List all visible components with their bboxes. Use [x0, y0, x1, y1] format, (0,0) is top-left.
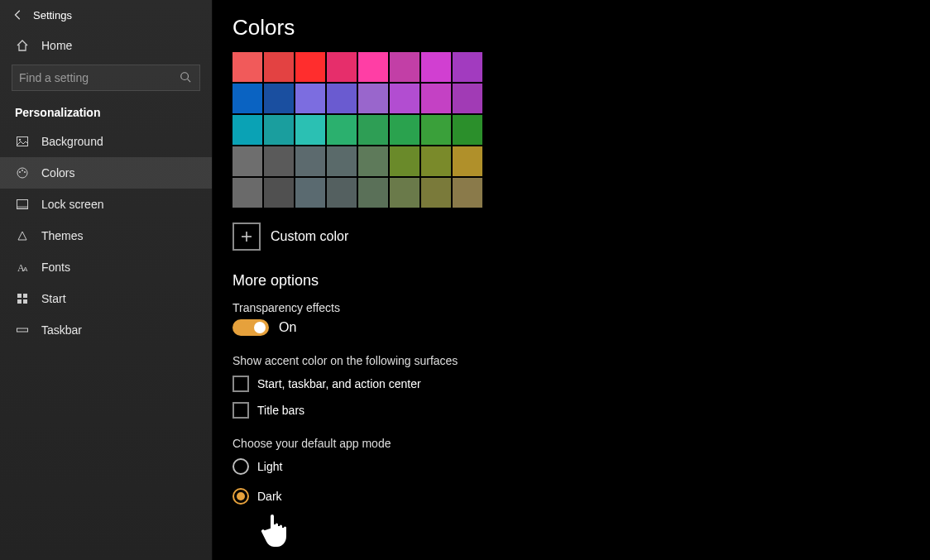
palette-icon	[15, 165, 30, 180]
app-mode-heading: Choose your default app mode	[232, 437, 930, 450]
themes-icon	[15, 228, 30, 243]
color-swatch[interactable]	[327, 146, 357, 176]
sidebar-item-label: Taskbar	[41, 323, 82, 337]
sidebar-item-label: Lock screen	[41, 198, 103, 211]
color-swatch[interactable]	[453, 178, 482, 208]
color-swatch[interactable]	[295, 178, 325, 208]
color-swatch[interactable]	[453, 52, 482, 82]
sidebar-item-colors[interactable]: Colors	[0, 157, 212, 189]
sidebar-item-label: Themes	[41, 229, 84, 242]
swatch-row	[232, 84, 930, 113]
accent-checkbox-1[interactable]: Title bars	[232, 402, 930, 419]
back-arrow-icon[interactable]	[12, 8, 25, 22]
checkbox-icon	[232, 402, 249, 419]
color-swatch[interactable]	[295, 115, 325, 145]
svg-point-5	[19, 171, 21, 173]
color-swatch[interactable]	[327, 115, 357, 145]
transparency-state: On	[279, 320, 296, 335]
svg-rect-15	[17, 299, 22, 304]
swatch-row	[232, 115, 930, 145]
color-swatch[interactable]	[390, 146, 419, 176]
color-swatch[interactable]	[421, 178, 451, 208]
color-swatch[interactable]	[421, 146, 451, 176]
search-box[interactable]	[12, 65, 200, 91]
sidebar-item-fonts[interactable]: AAFonts	[0, 251, 212, 283]
color-swatch[interactable]	[390, 178, 419, 208]
color-swatch[interactable]	[264, 84, 294, 113]
fonts-icon: AA	[15, 260, 30, 275]
color-swatch[interactable]	[358, 52, 388, 82]
accent-checkbox-0[interactable]: Start, taskbar, and action center	[232, 376, 930, 392]
start-icon	[15, 291, 30, 306]
svg-rect-9	[17, 206, 28, 209]
color-swatch[interactable]	[390, 115, 419, 145]
svg-line-1	[188, 79, 191, 83]
svg-point-6	[22, 170, 23, 171]
sidebar-section-label: Personalization	[0, 103, 212, 126]
swatch-row	[232, 52, 930, 82]
color-swatch[interactable]	[264, 178, 294, 208]
color-swatch[interactable]	[421, 52, 451, 82]
color-swatch[interactable]	[264, 146, 294, 176]
color-swatch[interactable]	[358, 115, 388, 145]
color-swatch[interactable]	[453, 146, 482, 176]
sidebar-item-themes[interactable]: Themes	[0, 220, 212, 251]
color-swatch[interactable]	[453, 84, 482, 113]
home-icon	[15, 38, 30, 53]
checkbox-label: Title bars	[257, 404, 304, 417]
search-icon	[180, 71, 193, 84]
main-content: Colors Custom color More options Transpa…	[212, 0, 930, 560]
custom-color-row[interactable]: Custom color	[232, 223, 930, 251]
color-swatch-grid	[232, 52, 930, 208]
color-swatch[interactable]	[264, 115, 294, 145]
sidebar-item-lock-screen[interactable]: Lock screen	[0, 189, 212, 220]
sidebar-home[interactable]: Home	[0, 30, 212, 61]
color-swatch[interactable]	[264, 52, 294, 82]
checkbox-label: Start, taskbar, and action center	[257, 377, 421, 390]
sidebar-home-label: Home	[41, 39, 72, 52]
picture-icon	[15, 134, 30, 149]
taskbar-icon	[15, 323, 30, 337]
color-swatch[interactable]	[295, 52, 325, 82]
color-swatch[interactable]	[358, 84, 388, 113]
color-swatch[interactable]	[390, 52, 419, 82]
plus-icon[interactable]	[232, 223, 261, 251]
radio-icon	[232, 488, 249, 505]
checkbox-icon	[232, 376, 249, 392]
color-swatch[interactable]	[232, 84, 262, 113]
color-swatch[interactable]	[232, 115, 262, 145]
svg-point-0	[181, 73, 189, 80]
sidebar-item-label: Fonts	[41, 261, 70, 274]
sidebar-header: Settings	[0, 3, 212, 30]
color-swatch[interactable]	[295, 84, 325, 113]
color-swatch[interactable]	[232, 178, 262, 208]
color-swatch[interactable]	[232, 146, 262, 176]
sidebar-item-taskbar[interactable]: Taskbar	[0, 314, 212, 346]
app-mode-radio-light[interactable]: Light	[232, 458, 930, 475]
color-swatch[interactable]	[232, 52, 262, 82]
search-input[interactable]	[19, 71, 180, 84]
color-swatch[interactable]	[327, 52, 357, 82]
swatch-row	[232, 146, 930, 176]
color-swatch[interactable]	[453, 115, 482, 145]
color-swatch[interactable]	[327, 84, 357, 113]
sidebar-item-background[interactable]: Background	[0, 126, 212, 157]
color-swatch[interactable]	[358, 178, 388, 208]
svg-point-7	[24, 171, 26, 173]
sidebar-item-start[interactable]: Start	[0, 283, 212, 314]
page-title: Colors	[232, 15, 930, 41]
color-swatch[interactable]	[327, 178, 357, 208]
color-swatch[interactable]	[421, 115, 451, 145]
settings-title: Settings	[33, 9, 72, 22]
transparency-label: Transparency effects	[232, 301, 930, 314]
color-swatch[interactable]	[358, 146, 388, 176]
sidebar-item-label: Background	[41, 135, 103, 148]
transparency-toggle[interactable]	[232, 319, 269, 336]
color-swatch[interactable]	[295, 146, 325, 176]
app-mode-radio-dark[interactable]: Dark	[232, 488, 930, 505]
transparency-toggle-row: On	[232, 319, 930, 336]
color-swatch[interactable]	[421, 84, 451, 113]
color-swatch[interactable]	[390, 84, 419, 113]
svg-rect-17	[17, 328, 28, 332]
radio-icon	[232, 458, 249, 475]
